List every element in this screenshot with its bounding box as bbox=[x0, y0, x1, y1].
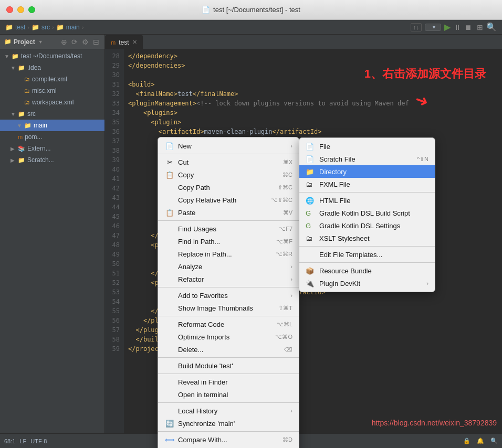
cm-copy-path[interactable]: Copy Path ⇧⌘C bbox=[158, 181, 299, 194]
cm-analyze[interactable]: Analyze › bbox=[158, 260, 299, 273]
sub-xslt[interactable]: 🗂 XSLT Stylesheet bbox=[299, 232, 435, 244]
cm-reformat-label: Reformat Code bbox=[178, 321, 224, 328]
sub-html-label: HTML File bbox=[319, 197, 350, 205]
sub-fxml-label: FXML File bbox=[319, 180, 350, 188]
cm-build-module[interactable]: Build Module 'test' bbox=[158, 359, 299, 372]
sub-gradle-build[interactable]: G Gradle Kotlin DSL Build Script bbox=[299, 207, 435, 219]
cm-cut-shortcut: ⌘X bbox=[283, 159, 292, 166]
breadcrumb-folder-icon: 📁 bbox=[5, 24, 13, 31]
cm-open-terminal[interactable]: Open in terminal bbox=[158, 388, 299, 401]
breadcrumb-main[interactable]: main bbox=[66, 24, 80, 31]
sub-edit-templates[interactable]: Edit File Templates... bbox=[299, 248, 435, 261]
status-encoding: UTF-8 bbox=[30, 438, 47, 444]
cm-mark-directory[interactable]: Mark Directory as › bbox=[158, 446, 299, 448]
sub-plugin-devkit[interactable]: 🔌 Plugin DevKit › bbox=[299, 277, 435, 290]
sub-gradle-settings[interactable]: G Gradle Kotlin DSL Settings bbox=[299, 219, 435, 232]
maximize-button[interactable] bbox=[28, 6, 35, 13]
cm-refactor[interactable]: Refactor › bbox=[158, 273, 299, 285]
tab-test[interactable]: m test ✕ bbox=[105, 35, 143, 49]
sub-sep-2 bbox=[299, 246, 435, 247]
breadcrumb-test[interactable]: test bbox=[15, 24, 25, 31]
tree-label-scratch: Scratch... bbox=[27, 156, 54, 164]
tree-item-idea[interactable]: ▼ 📁 .idea bbox=[0, 62, 104, 73]
cm-delete[interactable]: Delete... ⌫ bbox=[158, 343, 299, 356]
sub-scratch[interactable]: 📄 Scratch File ^⇧N bbox=[299, 153, 435, 165]
cm-synchronize[interactable]: 🔄 Synchronize 'main' bbox=[158, 417, 299, 430]
close-button[interactable] bbox=[6, 6, 13, 13]
project-new-icon[interactable]: ⊕ bbox=[60, 37, 68, 47]
tree-item-main[interactable]: ▼ 📁 main bbox=[0, 120, 104, 131]
status-lock-icon: 🔒 bbox=[463, 438, 470, 444]
tree-item-src[interactable]: ▼ 📁 src bbox=[0, 108, 104, 120]
cm-reformat[interactable]: Reformat Code ⌥⌘L bbox=[158, 318, 299, 330]
project-layout-icon[interactable]: ⊟ bbox=[92, 37, 100, 47]
cut-icon: ✂ bbox=[164, 158, 175, 166]
cm-sep-5 bbox=[158, 357, 299, 358]
layout-button[interactable]: ⊞ bbox=[477, 23, 483, 31]
sub-html[interactable]: 🌐 HTML File bbox=[299, 194, 435, 207]
cm-reveal-finder[interactable]: Reveal in Finder bbox=[158, 376, 299, 388]
stop-button[interactable]: ⏹ bbox=[464, 23, 472, 31]
sub-resource-bundle[interactable]: 📦 Resource Bundle bbox=[299, 264, 435, 277]
tree-item-extern[interactable]: ▶ 📚 Extern... bbox=[0, 143, 104, 154]
ide-body: 📁 Project ▼ ⊕ ⟳ ⚙ ⊟ ▼ 📁 test ~/Documents… bbox=[0, 35, 502, 448]
sub-sep-1 bbox=[299, 192, 435, 193]
search-everywhere-icon[interactable]: 🔍 bbox=[486, 22, 497, 32]
cm-find-in-path[interactable]: Find in Path... ⌥⌘F bbox=[158, 235, 299, 248]
cm-local-history[interactable]: Local History › bbox=[158, 404, 299, 417]
file-icon: 📄 bbox=[202, 6, 210, 14]
tree-item-root[interactable]: ▼ 📁 test ~/Documents/test bbox=[0, 50, 104, 62]
project-gear-icon[interactable]: ⚙ bbox=[81, 37, 90, 47]
tree-item-workspace[interactable]: 🗂 workspace.xml bbox=[0, 97, 104, 108]
project-sync-icon[interactable]: ⟳ bbox=[70, 37, 79, 47]
cm-show-thumbnails[interactable]: Show Image Thumbnails ⇧⌘T bbox=[158, 302, 299, 314]
sub-resource-bundle-label: Resource Bundle bbox=[319, 267, 372, 275]
cm-find-usages[interactable]: Find Usages ⌥F7 bbox=[158, 222, 299, 235]
cm-add-favorites[interactable]: Add to Favorites › bbox=[158, 289, 299, 302]
sub-fxml[interactable]: 🗂 FXML File bbox=[299, 178, 435, 190]
status-search-icon: 🔍 bbox=[490, 438, 498, 444]
sub-file[interactable]: 📄 File bbox=[299, 140, 435, 153]
cm-optimize-imports[interactable]: Optimize Imports ⌥⌘O bbox=[158, 330, 299, 343]
tree-item-compiler[interactable]: 🗂 compiler.xml bbox=[0, 73, 104, 85]
title-bar: 📄 test [~/Documents/test] - test bbox=[0, 0, 502, 20]
cm-refactor-arrow: › bbox=[290, 276, 292, 282]
cm-copy[interactable]: 📋 Copy ⌘C bbox=[158, 168, 299, 181]
breadcrumb-folder-icon3: 📁 bbox=[56, 24, 64, 31]
sub-scratch-label: Scratch File bbox=[319, 155, 355, 163]
tree-item-scratch[interactable]: ▶ 📁 Scratch... bbox=[0, 154, 104, 166]
cm-replace-in-path[interactable]: Replace in Path... ⌥⌘R bbox=[158, 248, 299, 260]
editor-container: m test ✕ 2829303132 3334353637 383940414… bbox=[105, 35, 502, 448]
cm-copy-relative-path[interactable]: Copy Relative Path ⌥⇧⌘C bbox=[158, 194, 299, 206]
sort-icon[interactable]: ↑↓ bbox=[411, 23, 422, 31]
folder-icon-idea: 📁 bbox=[18, 65, 25, 71]
xml-icon-workspace: 🗂 bbox=[24, 99, 30, 105]
sub-directory[interactable]: 📁 Directory bbox=[299, 165, 435, 178]
project-dropdown-arrow[interactable]: ▼ bbox=[38, 39, 43, 45]
cm-sep-6 bbox=[158, 374, 299, 374]
pom-icon: m bbox=[18, 134, 23, 140]
folder-icon-scratch: 📁 bbox=[18, 157, 25, 164]
cm-sep-1 bbox=[158, 154, 299, 154]
breadcrumb-src[interactable]: src bbox=[41, 24, 50, 31]
folder-icon-main: 📁 bbox=[24, 122, 32, 129]
cm-paste-shortcut: ⌘V bbox=[283, 209, 292, 216]
sub-directory-icon: 📁 bbox=[306, 168, 316, 176]
run-config-dropdown[interactable]: ▼ bbox=[425, 24, 441, 31]
run-button[interactable]: ▶ bbox=[444, 22, 451, 32]
cm-reveal-finder-label: Reveal in Finder bbox=[178, 378, 228, 386]
project-panel: 📁 Project ▼ ⊕ ⟳ ⚙ ⊟ ▼ 📁 test ~/Documents… bbox=[0, 35, 105, 448]
cm-paste[interactable]: 📋 Paste ⌘V bbox=[158, 206, 299, 219]
cm-copy-path-shortcut: ⇧⌘C bbox=[278, 184, 292, 191]
tree-item-pom[interactable]: m pom... bbox=[0, 131, 104, 143]
tree-item-misc[interactable]: 🗂 misc.xml bbox=[0, 85, 104, 97]
minimize-button[interactable] bbox=[17, 6, 24, 13]
cm-refactor-label: Refactor bbox=[178, 275, 204, 283]
debug-button[interactable]: ⏸ bbox=[454, 23, 461, 31]
cm-cut[interactable]: ✂ Cut ⌘X bbox=[158, 156, 299, 168]
tab-close-button[interactable]: ✕ bbox=[132, 39, 137, 46]
cm-new[interactable]: 📄 New › 📄 File 📄 Scratch File ^⇧N bbox=[158, 140, 299, 152]
cm-show-thumbnails-label: Show Image Thumbnails bbox=[178, 304, 253, 312]
sub-file-label: File bbox=[319, 143, 330, 151]
cm-compare-with[interactable]: ⟺ Compare With... ⌘D bbox=[158, 433, 299, 446]
